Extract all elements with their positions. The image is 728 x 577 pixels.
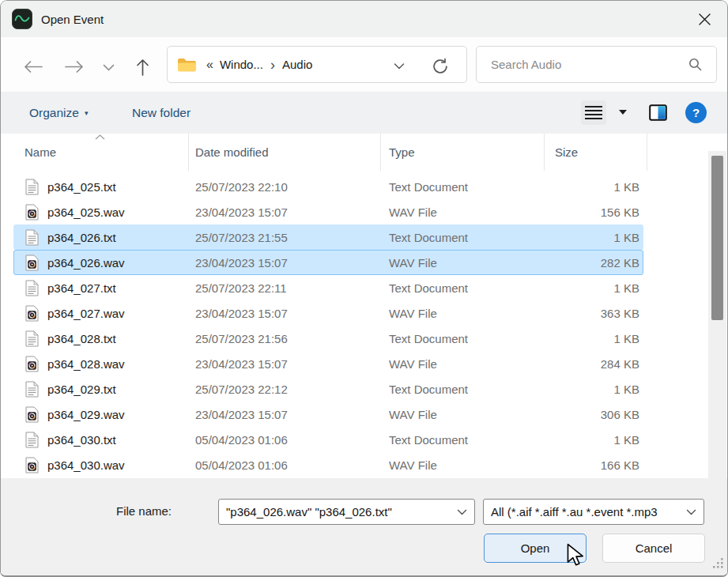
sort-ascending-icon <box>95 134 105 140</box>
file-name: p364_026.wav <box>47 256 195 270</box>
up-button[interactable] <box>133 55 153 80</box>
file-name: p364_028.wav <box>47 357 195 371</box>
file-row[interactable]: p364_026.wav23/04/2023 15:07WAV File282 … <box>13 250 643 275</box>
cancel-button[interactable]: Cancel <box>602 534 705 563</box>
file-name: p364_025.txt <box>47 180 195 194</box>
file-size: 1 KB <box>545 231 643 244</box>
refresh-icon <box>432 58 449 75</box>
file-name: p364_029.txt <box>47 383 195 396</box>
file-type: WAV File <box>389 357 545 371</box>
file-date-modified: 25/07/2023 22:10 <box>195 180 389 194</box>
file-size: 282 KB <box>545 256 643 270</box>
search-box[interactable]: Search Audio <box>476 46 717 83</box>
window-title: Open Event <box>41 13 104 26</box>
file-name: p364_028.txt <box>47 332 195 345</box>
file-row[interactable]: p364_029.txt25/07/2023 22:12Text Documen… <box>13 376 643 402</box>
address-bar[interactable]: « Windo... › Audio <box>167 46 467 83</box>
help-icon: ? <box>692 106 700 119</box>
search-icon <box>688 58 702 71</box>
scrollbar[interactable] <box>708 151 726 478</box>
file-row[interactable]: p364_025.txt25/07/2023 22:10Text Documen… <box>13 174 643 199</box>
new-folder-button[interactable]: New folder <box>127 92 195 134</box>
file-type: Text Document <box>389 180 545 194</box>
close-icon <box>698 13 711 26</box>
file-date-modified: 05/04/2023 01:06 <box>195 433 389 447</box>
view-options-button[interactable] <box>581 100 606 125</box>
up-arrow-icon <box>136 58 149 77</box>
wav-file-icon <box>25 305 40 322</box>
text-file-icon <box>25 280 40 296</box>
search-placeholder: Search Audio <box>491 58 688 71</box>
breadcrumb-overflow-icon[interactable]: « <box>206 58 213 72</box>
file-name-input[interactable]: "p364_026.wav" "p364_026.txt" <box>218 499 475 525</box>
file-size: 156 KB <box>545 206 643 219</box>
file-row[interactable]: p364_027.wav23/04/2023 15:07WAV File363 … <box>13 300 643 326</box>
file-date-modified: 25/07/2023 21:55 <box>195 231 389 244</box>
scrollbar-thumb[interactable] <box>711 156 723 320</box>
text-file-icon <box>25 179 40 195</box>
file-row[interactable]: p364_028.txt25/07/2023 21:56Text Documen… <box>13 326 643 351</box>
file-size: 306 KB <box>545 408 643 421</box>
file-date-modified: 23/04/2023 15:07 <box>195 256 389 270</box>
file-row[interactable]: p364_030.wav05/04/2023 01:06WAV File166 … <box>13 452 643 477</box>
recent-locations-button[interactable] <box>100 61 118 74</box>
preview-pane-icon <box>649 104 667 121</box>
column-header-size[interactable]: Size <box>544 134 647 171</box>
file-type: Text Document <box>389 281 545 295</box>
forward-button[interactable] <box>61 57 88 77</box>
column-header-date-modified[interactable]: Date modified <box>188 134 380 171</box>
file-row[interactable]: p364_029.wav23/04/2023 15:07WAV File306 … <box>13 402 643 427</box>
file-date-modified: 23/04/2023 15:07 <box>195 408 389 421</box>
file-type: WAV File <box>389 206 545 219</box>
file-row[interactable]: p364_025.wav23/04/2023 15:07WAV File156 … <box>13 199 643 224</box>
chevron-down-icon <box>394 63 405 70</box>
preview-pane-button[interactable] <box>644 102 672 123</box>
back-button[interactable] <box>20 57 47 77</box>
file-size: 363 KB <box>545 307 643 320</box>
address-dropdown-button[interactable] <box>389 62 409 70</box>
file-row[interactable]: p364_026.txt25/07/2023 21:55Text Documen… <box>13 224 643 250</box>
mouse-cursor <box>567 543 585 570</box>
wav-file-icon <box>25 204 40 221</box>
forward-arrow-icon <box>64 60 85 74</box>
file-date-modified: 25/07/2023 22:11 <box>195 281 389 295</box>
titlebar: Open Event <box>1 1 727 37</box>
file-date-modified: 25/07/2023 21:56 <box>195 332 389 345</box>
chevron-down-icon[interactable] <box>686 509 696 515</box>
file-row[interactable]: p364_027.txt25/07/2023 22:11Text Documen… <box>13 275 643 300</box>
file-type: Text Document <box>389 383 545 396</box>
refresh-button[interactable] <box>427 57 454 76</box>
wav-file-icon <box>25 356 40 372</box>
file-type-select[interactable]: All (*.aif *.aiff *.au *.event *.mp3 <box>483 499 704 525</box>
breadcrumb-current[interactable]: Audio <box>282 58 312 71</box>
text-file-icon <box>25 330 40 347</box>
close-button[interactable] <box>693 8 716 31</box>
resize-grip[interactable] <box>711 556 724 572</box>
breadcrumb-parent[interactable]: Windo... <box>220 58 263 71</box>
column-header-type[interactable]: Type <box>380 134 544 171</box>
file-row[interactable]: p364_030.txt05/04/2023 01:06Text Documen… <box>13 427 643 452</box>
file-size: 1 KB <box>545 383 643 396</box>
column-header-row: Name Date modified Type Size <box>13 134 647 171</box>
help-button[interactable]: ? <box>685 102 707 123</box>
file-name: p364_026.txt <box>47 231 195 244</box>
app-icon <box>12 9 32 29</box>
back-arrow-icon <box>23 60 43 74</box>
navigation-bar: « Windo... › Audio Search Audio <box>1 37 727 92</box>
file-row[interactable]: p364_028.wav23/04/2023 15:07WAV File284 … <box>13 351 643 376</box>
file-name: p364_029.wav <box>47 408 195 421</box>
organize-button[interactable]: Organize ▾ <box>25 92 92 134</box>
breadcrumb-separator-icon: › <box>270 58 275 72</box>
view-options-dropdown-button[interactable] <box>614 106 632 119</box>
folder-icon <box>177 57 197 73</box>
text-file-icon <box>25 381 40 398</box>
file-type: WAV File <box>389 458 545 472</box>
chevron-down-icon[interactable] <box>457 509 467 515</box>
file-date-modified: 23/04/2023 15:07 <box>195 307 389 320</box>
file-size: 1 KB <box>545 433 643 447</box>
file-size: 1 KB <box>545 332 643 345</box>
organize-label: Organize <box>29 106 79 120</box>
file-name: p364_030.txt <box>47 433 195 447</box>
file-name: p364_027.txt <box>47 281 195 295</box>
file-type: Text Document <box>389 332 545 345</box>
